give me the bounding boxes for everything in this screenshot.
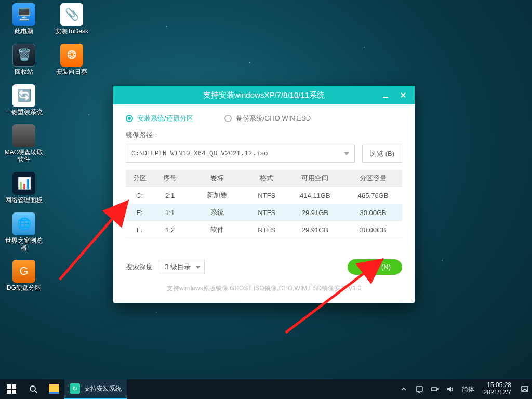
svg-rect-14 [437, 389, 438, 390]
start-button[interactable] [0, 379, 23, 399]
taskbar: ↻ 支持安装系统 简体 15:05:28 2021/12/7 [0, 379, 532, 399]
table-header-row: 分区 序号 卷标 格式 可用空间 分区容量 [126, 170, 402, 187]
tray-overflow-icon[interactable] [400, 385, 408, 393]
partition-table: 分区 序号 卷标 格式 可用空间 分区容量 C:2:1 新加卷NTFS 414.… [126, 170, 402, 238]
image-path-dropdown[interactable]: C:\DEEPIN_WIN10_X64_Q8_V2021.12.iso [126, 145, 355, 163]
browse-button[interactable]: 浏览 (B) [362, 145, 402, 163]
reload-icon: 🔄 [12, 84, 35, 107]
network-icon[interactable] [415, 385, 423, 393]
taskbar-item-label: 支持安装系统 [84, 384, 122, 393]
table-row[interactable]: E:1:1 系统NTFS 29.91GB30.00GB [126, 204, 402, 221]
table-row[interactable]: C:2:1 新加卷NTFS 414.11GB465.76GB [126, 187, 402, 204]
search-icon [28, 384, 38, 394]
window-title: 支持安装windowsXP/7/8/10/11系统 [203, 90, 325, 100]
desktop-icon-this-pc[interactable]: 🖥️ 此电脑 [4, 3, 44, 35]
svg-rect-5 [7, 384, 11, 389]
tab-install[interactable]: 安装系统/还原分区 [126, 114, 193, 123]
footer-note: 支持windows原版镜像,GHOST ISO镜像,GHO,WIM,ESD镜像安… [126, 284, 402, 293]
notifications-icon[interactable] [521, 385, 529, 393]
disk-icon: G [12, 260, 35, 283]
radio-unchecked-icon [224, 115, 232, 122]
search-depth-select[interactable]: 3 级目录 [159, 260, 205, 274]
titlebar: 支持安装windowsXP/7/8/10/11系统 [113, 86, 415, 104]
todesk-icon: 📎 [60, 3, 83, 26]
svg-point-9 [30, 386, 35, 391]
recycle-icon: 🗑️ [12, 44, 35, 66]
minimize-button[interactable] [380, 90, 391, 100]
sunflower-icon: ❂ [60, 44, 83, 66]
ime-indicator[interactable]: 简体 [462, 385, 474, 394]
close-button[interactable] [398, 90, 408, 100]
desktop-icon-todesk[interactable]: 📎 安装ToDesk [52, 3, 91, 35]
svg-rect-13 [431, 388, 437, 391]
folder-icon [49, 384, 59, 394]
desktop-icon-reinstall[interactable]: 🔄 一键重装系统 [4, 84, 44, 116]
next-button[interactable]: 下一步 (N) [348, 259, 402, 275]
svg-rect-8 [12, 390, 16, 394]
tab-backup[interactable]: 备份系统/GHO,WIN,ESD [224, 114, 311, 123]
svg-rect-6 [12, 384, 16, 389]
taskbar-clock[interactable]: 15:05:28 2021/12/7 [482, 382, 513, 396]
battery-icon[interactable] [431, 385, 439, 393]
taskbar-item-explorer[interactable] [44, 379, 64, 399]
svg-rect-11 [416, 387, 422, 391]
desktop-icon-dg[interactable]: G DG硬盘分区 [4, 260, 44, 292]
search-depth-label: 搜索深度 [126, 262, 153, 272]
image-path-label: 镜像路径： [126, 130, 402, 140]
app-icon: ↻ [70, 383, 80, 394]
table-row[interactable]: F:1:2 软件NTFS 29.91GB30.00GB [126, 221, 402, 238]
windows-icon [7, 384, 16, 394]
desktop-icons: 🖥️ 此电脑 🗑️ 回收站 🔄 一键重装系统 MAC硬盘读取软件 📊 网络管理面… [0, 0, 96, 295]
apple-icon [12, 124, 35, 147]
volume-icon[interactable] [446, 385, 455, 393]
desktop-icon-net-panel[interactable]: 📊 网络管理面板 [4, 172, 44, 204]
taskbar-item-installer[interactable]: ↻ 支持安装系统 [64, 379, 127, 399]
installer-window: 支持安装windowsXP/7/8/10/11系统 安装系统/还原分区 备份系统… [113, 86, 415, 303]
monitor-icon: 🖥️ [12, 3, 35, 26]
svg-rect-7 [7, 390, 11, 394]
desktop-icon-sunflower[interactable]: ❂ 安装向日葵 [52, 44, 91, 76]
chevron-down-icon [344, 152, 349, 155]
bars-icon: 📊 [12, 172, 35, 195]
radio-checked-icon [126, 115, 133, 122]
globe-icon: 🌐 [12, 212, 35, 235]
desktop-icon-browser[interactable]: 🌐 世界之窗浏览器 [4, 212, 44, 252]
desktop-icon-mac-disk[interactable]: MAC硬盘读取软件 [4, 124, 44, 164]
taskbar-item-search[interactable] [23, 379, 44, 399]
svg-line-10 [35, 391, 37, 393]
desktop-icon-recycle[interactable]: 🗑️ 回收站 [4, 44, 44, 76]
image-path-value: C:\DEEPIN_WIN10_X64_Q8_V2021.12.iso [131, 150, 268, 157]
